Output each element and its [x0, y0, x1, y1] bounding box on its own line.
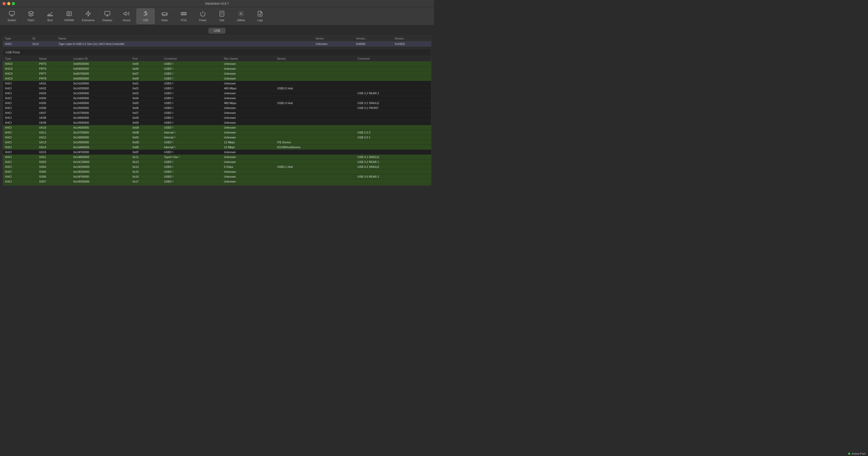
port-connector[interactable]: USB3 ⇅ [162, 71, 222, 76]
connector-arrows: ⇅ [174, 146, 176, 148]
port-type: XHCI [3, 120, 37, 125]
toolbar-item-calc[interactable]: Calc [213, 8, 231, 24]
maximize-button[interactable] [12, 2, 15, 5]
table-row[interactable]: XHCI HS12 0x14800000 0x0C Internal ⇅ Unk… [3, 135, 431, 140]
table-row[interactable]: XHCI SS07 0x14D00000 0x17 USB3 ⇅ Unknown [3, 179, 431, 184]
table-row[interactable]: XHCI UK08 0x14800000 0x08 USB3 ⇅ Unknown [3, 115, 431, 120]
toolbar-item-pcie[interactable]: PCIe [175, 8, 193, 24]
toolbar-item-boot[interactable]: Boot [41, 8, 59, 24]
table-row[interactable]: XHC0 PRT8 0x60800000 0x08 USB3 ⇅ Unknown [3, 76, 431, 81]
col-vendor: Vendor... [354, 36, 393, 41]
port-location: 0x14F00000 [71, 150, 130, 155]
table-row[interactable]: XHCI HS11 0x14700000 0x0B Internal ⇅ Unk… [3, 130, 431, 135]
port-connector[interactable]: USB3 ⇅ [162, 150, 222, 155]
connector-value: USB3 [164, 72, 171, 75]
toolbar-item-extensions[interactable]: Extensions [79, 8, 97, 24]
connector-arrows: ⇅ [172, 97, 174, 99]
connector-arrows: ⇅ [172, 180, 174, 183]
port-connector[interactable]: USB3 ⇅ [162, 66, 222, 71]
toolbar-item-displays[interactable]: Displays [98, 8, 117, 24]
connector-arrows: ⇅ [174, 131, 176, 134]
table-row[interactable]: XHCI HS03 0x14300000 0x03 USB3 ⇅ Unknown… [3, 91, 431, 96]
port-name: HS05 [37, 101, 71, 106]
connector-value: Internal [164, 146, 174, 149]
port-connector[interactable]: USB3 ⇅ [162, 174, 222, 179]
port-connector[interactable]: USB3 ⇅ [162, 96, 222, 101]
port-connector[interactable]: USB3 ⇅ [162, 179, 222, 184]
port-connector[interactable]: TypeC+Sw ⇅ [162, 155, 222, 160]
port-connector[interactable]: Internal ⇅ [162, 130, 222, 135]
toolbar-item-patch[interactable]: Patch [22, 8, 40, 24]
connector-value: USB3 [164, 62, 171, 65]
port-port: 0x19 [130, 184, 162, 186]
port-connector[interactable]: USB3 ⇅ [162, 140, 222, 145]
port-connector[interactable]: USB3 ⇅ [162, 165, 222, 169]
table-row[interactable]: XHCI UK01 0x14100000 0x01 USB3 ⇅ Unknown [3, 81, 431, 86]
table-row[interactable]: XHCI UK13 0x14900000 0x0D USB3 ⇅ 12 Mbps… [3, 140, 431, 145]
table-row[interactable]: XHCI HS06 0x14500000 0x06 USB3 ⇅ Unknown… [3, 106, 431, 111]
table-row[interactable]: XHCI UK07 0x14700000 0x07 USB3 ⇅ Unknown [3, 111, 431, 115]
toolbar-item-sound[interactable]: Sound [117, 8, 136, 24]
port-comment [355, 96, 431, 101]
ctrl-name: Tiger Lake-H USB 3.2 Gen 2x1 xHCI Host C… [57, 41, 313, 47]
port-type: XHCI [3, 140, 37, 145]
port-connector[interactable]: USB3 ⇅ [162, 115, 222, 120]
table-row[interactable]: XHCI UK02 0x14200000 0x02 USB3 ⇅ 480 Mbp… [3, 86, 431, 91]
port-connector[interactable]: USB3 ⇅ [162, 91, 222, 96]
table-row[interactable]: XHC0 PRT7 0x60700000 0x07 USB3 ⇅ Unknown [3, 71, 431, 76]
table-row[interactable]: XHCI HS05 0x14400000 0x05 USB3 ⇅ 480 Mbp… [3, 101, 431, 106]
table-row[interactable]: XHCI SS01 0x14B00000 0x11 TypeC+Sw ⇅ Unk… [3, 155, 431, 160]
port-port: 0x0C [130, 135, 162, 140]
table-row[interactable]: XHCI UK10 0x14600000 0x0A USB3 ⇅ Unknown [3, 125, 431, 130]
port-connector[interactable]: USB3 ⇅ [162, 125, 222, 130]
usb-tab-button[interactable]: USB [209, 28, 226, 34]
port-connector[interactable]: USB3 ⇅ [162, 101, 222, 106]
toolbar-item-disks[interactable]: Disks [155, 8, 174, 24]
port-devspeed: Unknown [222, 130, 275, 135]
minimize-button[interactable] [7, 2, 10, 5]
port-connector[interactable]: USB3 ⇅ [162, 120, 222, 125]
toolbar-item-power[interactable]: Power [193, 8, 212, 24]
usb-label: USB [143, 19, 148, 22]
toolbar-item-nvram[interactable]: NVRAM [60, 8, 79, 24]
port-connector[interactable]: USB3 ⇅ [162, 86, 222, 91]
port-connector[interactable]: USB3 ⇅ [162, 61, 222, 66]
table-row[interactable]: XHCI UK15 0x14F00000 0x0F USB3 ⇅ Unknown [3, 150, 431, 155]
toolbar-item-logs[interactable]: Logs [251, 8, 269, 24]
connector-arrows: ⇅ [172, 87, 174, 90]
toolbar-item-utilities[interactable]: Utilities [232, 8, 250, 24]
port-device [275, 61, 355, 66]
port-type: XHC0 [3, 61, 37, 66]
port-connector[interactable]: USB3 ⇅ [162, 169, 222, 174]
port-connector[interactable]: USB3 ⇅ [162, 111, 222, 115]
toolbar-item-system[interactable]: System [3, 8, 21, 24]
table-row[interactable]: XHCI HS14 0x14A00000 0x0E Internal ⇅ 12 … [3, 145, 431, 150]
table-row[interactable]: XHCI SS09 0x14E00000 0x19 USB3 ⇅ Unknown [3, 184, 431, 186]
port-connector[interactable]: Internal ⇅ [162, 135, 222, 140]
ports-section-header: USB Ports [3, 49, 431, 56]
port-connector[interactable]: USB3 ⇅ [162, 76, 222, 81]
toolbar-item-usb[interactable]: USB [136, 8, 155, 24]
close-button[interactable] [3, 2, 6, 5]
table-row[interactable]: XHCI HS04 0x14400000 0x04 USB3 ⇅ Unknown [3, 96, 431, 101]
table-row[interactable]: XHCI UK09 0x14900000 0x09 USB3 ⇅ Unknown [3, 120, 431, 125]
table-row[interactable]: XHC0 PRT5 0x60500000 0x05 USB3 ⇅ Unknown [3, 61, 431, 66]
table-row[interactable]: XHCI SS04 0x14D00000 0x14 USB3 ⇅ 5 Gbps … [3, 165, 431, 169]
port-comment [355, 81, 431, 86]
table-row[interactable]: XHCI SS06 0x14F00000 0x16 USB3 ⇅ Unknown… [3, 174, 431, 179]
port-device [275, 91, 355, 96]
port-type: XHCI [3, 174, 37, 179]
port-connector[interactable]: USB3 ⇅ [162, 81, 222, 86]
controller-row[interactable]: XHCI 0x14 Tiger Lake-H USB 3.2 Gen 2x1 x… [3, 41, 431, 47]
table-row[interactable]: XHC0 PRT6 0x60600000 0x06 USB3 ⇅ Unknown [3, 66, 431, 71]
ports-table-wrap[interactable]: Type Name Location ID Port Connector Dev… [3, 56, 431, 186]
port-connector[interactable]: USB3 ⇅ [162, 160, 222, 165]
table-row[interactable]: XHCI SS05 0x14E00000 0x15 USB3 ⇅ Unknown [3, 169, 431, 174]
port-connector[interactable]: Internal ⇅ [162, 145, 222, 150]
port-connector[interactable]: USB3 ⇅ [162, 184, 222, 186]
port-connector[interactable]: USB3 ⇅ [162, 106, 222, 111]
table-row[interactable]: XHCI SS03 0x14C00000 0x13 USB3 ⇅ Unknown… [3, 160, 431, 165]
port-location: 0x14900000 [71, 140, 130, 145]
port-port: 0x08 [130, 115, 162, 120]
port-port: 0x11 [130, 155, 162, 160]
